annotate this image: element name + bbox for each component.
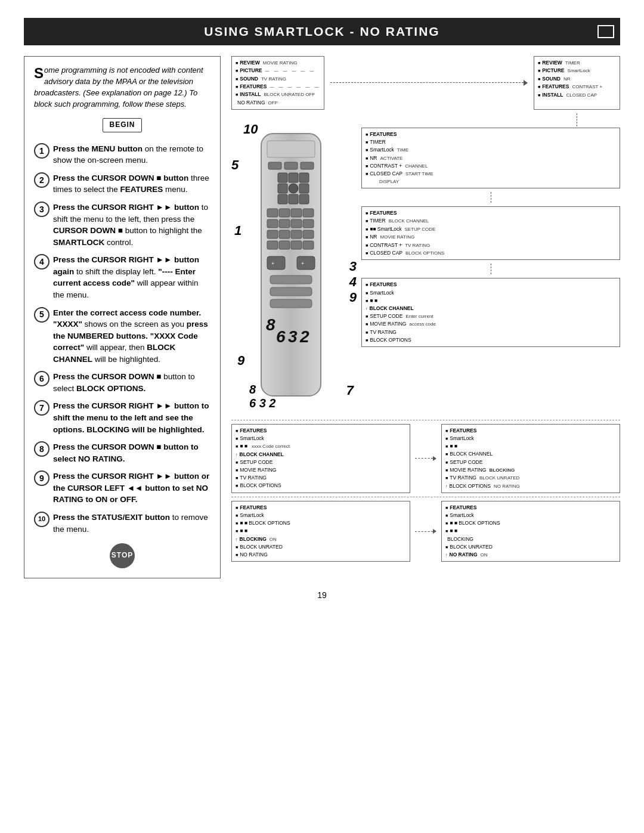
step-4-num: 4: [34, 254, 49, 270]
svg-rect-44: [270, 287, 312, 296]
step-8: 8 Press the CURSOR DOWN ■ button to sele…: [34, 441, 210, 465]
svg-rect-12: [289, 194, 298, 204]
step-9-text: Press the CURSOR RIGHT ►► button or the …: [53, 470, 210, 506]
svg-rect-40: [297, 256, 315, 270]
screen-panel-8a: ■FEATURES ■SmartLock ■■ ■ BLOCK OPTIONS …: [231, 501, 410, 562]
svg-text:+: +: [301, 261, 304, 267]
screen-panel-3: ■FEATURES ■TIMER ■SmartLockTIME ■NRACTIV…: [361, 128, 620, 188]
callout-9b: 9: [237, 353, 244, 368]
svg-rect-32: [279, 230, 290, 239]
svg-rect-38: [303, 241, 314, 249]
remote-svg: 1 2 3 4 5 6 7: [231, 128, 351, 414]
callout-3-4-9: 349: [349, 259, 357, 305]
page: Using SmartLock - No Rating S ome progra…: [0, 0, 644, 833]
page-number: 19: [24, 590, 620, 600]
screen-panel-7: ■FEATURES ■SmartLock ■■ ■ ■BLOCK CHANNEL…: [441, 424, 620, 493]
svg-rect-3: [284, 162, 298, 169]
arrow-8a-8b: [415, 501, 436, 562]
screen-panel-4: ■FEATURES ■TIMERBLOCK CHANNEL ■■■ SmartL…: [361, 206, 620, 260]
svg-rect-5: [278, 173, 287, 182]
step-10: 10 Press the STATUS/EXIT button to remov…: [34, 512, 210, 535]
step-1-num: 1: [34, 143, 49, 159]
step-7-text: Press the CURSOR RIGHT ►► button to shif…: [53, 400, 210, 435]
svg-text:8: 8: [266, 315, 275, 334]
svg-rect-24: [267, 219, 278, 228]
step-8-text: Press the CURSOR DOWN ■ button to select…: [53, 441, 210, 465]
main-layout: S ome programming is not encoded with co…: [24, 56, 620, 578]
svg-text:3: 3: [288, 327, 298, 346]
step-5-text: Enter the correct access code number. "X…: [53, 307, 210, 366]
screen-panel-6: ■FEATURES ■SmartLock ■■ ■xxxx Code corre…: [231, 424, 410, 493]
svg-rect-45: [270, 299, 312, 308]
callout-8632: 86 3 2: [249, 383, 275, 410]
middle-row: 10 5 1 349 9 7 86 3 2: [231, 128, 620, 416]
right-panels-col: ■FEATURES ■TIMER ■SmartLockTIME ■NRACTIV…: [361, 128, 620, 347]
corner-decoration: [597, 25, 614, 38]
screen-panel-2: ■ REVIEW TIMER ■ PICTURE SmartLock ■ SOU…: [534, 56, 620, 110]
step-1: 1 Press the MENU button on the remote to…: [34, 143, 210, 166]
step-7-num: 7: [34, 400, 49, 416]
top-screen-row: ■ REVIEW MOVIE RATING ■ PICTURE — — — — …: [231, 56, 620, 110]
svg-rect-35: [267, 241, 278, 249]
bottom-bottom-row: ■FEATURES ■SmartLock ■■ ■ BLOCK OPTIONS …: [231, 501, 620, 562]
callout-5: 5: [231, 157, 239, 173]
svg-rect-26: [291, 219, 302, 228]
svg-text:+: +: [271, 261, 274, 267]
svg-text:2: 2: [299, 327, 309, 346]
step-7: 7 Press the CURSOR RIGHT ►► button to sh…: [34, 400, 210, 435]
svg-rect-34: [303, 230, 314, 239]
step-8-num: 8: [34, 441, 49, 457]
dashed-separator: [231, 420, 620, 420]
step-4: 4 Press the CURSOR RIGHT ►► button again…: [34, 254, 210, 301]
screen-panel-5: ■FEATURES ■SmartLock ■■ ■ ↑BLOCK CHANNEL…: [361, 278, 620, 347]
step-5-num: 5: [34, 307, 49, 323]
svg-rect-25: [279, 219, 290, 228]
dashed-separator-2: [231, 497, 620, 497]
down-arrow-row-1: [231, 113, 620, 126]
bottom-panels-row: ■FEATURES ■SmartLock ■■ ■xxxx Code corre…: [231, 424, 620, 493]
stop-circle: STOP: [110, 543, 135, 568]
screen-panel-8b: ■FEATURES ■SmartLock ■■ ■ BLOCK OPTIONS …: [441, 501, 620, 562]
begin-badge: BEGIN: [103, 118, 141, 132]
step-4-text: Press the CURSOR RIGHT ►► button again t…: [53, 254, 210, 301]
svg-rect-10: [299, 184, 309, 193]
stop-label: STOP: [112, 550, 133, 561]
svg-rect-20: [303, 209, 314, 217]
step-5: 5 Enter the correct access code number. …: [34, 307, 210, 366]
svg-rect-8: [278, 184, 287, 193]
callout-1: 1: [234, 223, 242, 239]
svg-rect-43: [270, 275, 312, 284]
stop-badge: STOP: [34, 543, 210, 568]
arrow-1: [330, 56, 528, 110]
step-2-text: Press the CURSOR DOWN ■ button three tim…: [53, 172, 210, 196]
step-6-text: Press the CURSOR DOWN ■ button to select…: [53, 371, 210, 394]
svg-rect-39: [267, 256, 285, 270]
diagram-area: ■ REVIEW MOVIE RATING ■ PICTURE — — — — …: [231, 56, 620, 562]
svg-rect-17: [267, 209, 278, 217]
screen-panel-1: ■ REVIEW MOVIE RATING ■ PICTURE — — — — …: [231, 56, 324, 110]
svg-rect-37: [291, 241, 302, 249]
intro-text: S ome programming is not encoded with co…: [34, 65, 210, 110]
svg-rect-18: [279, 209, 290, 217]
svg-rect-11: [278, 194, 287, 204]
svg-rect-13: [299, 194, 309, 204]
step-10-num: 10: [34, 512, 49, 527]
step-2: 2 Press the CURSOR DOWN ■ button three t…: [34, 172, 210, 196]
step-3: 3 Press the CURSOR RIGHT ►► button to sh…: [34, 202, 210, 248]
svg-text:6: 6: [276, 327, 286, 346]
sp-row: ■ REVIEW MOVIE RATING: [236, 59, 320, 67]
page-title: Using SmartLock - No Rating: [204, 24, 439, 38]
step-3-num: 3: [34, 202, 49, 217]
step-10-text: Press the STATUS/EXIT button to remove t…: [53, 512, 210, 535]
step-9-num: 9: [34, 470, 49, 486]
step-1-text: Press the MENU button on the remote to s…: [53, 143, 210, 166]
step-2-num: 2: [34, 172, 49, 188]
svg-rect-1: [267, 141, 315, 157]
svg-rect-7: [299, 173, 309, 182]
step-6-num: 6: [34, 371, 49, 386]
svg-rect-36: [279, 241, 290, 249]
remote-diagram: 10 5 1 349 9 7 86 3 2: [231, 128, 357, 416]
svg-rect-4: [301, 162, 314, 169]
svg-rect-6: [289, 173, 298, 182]
callout-7: 7: [346, 383, 354, 398]
